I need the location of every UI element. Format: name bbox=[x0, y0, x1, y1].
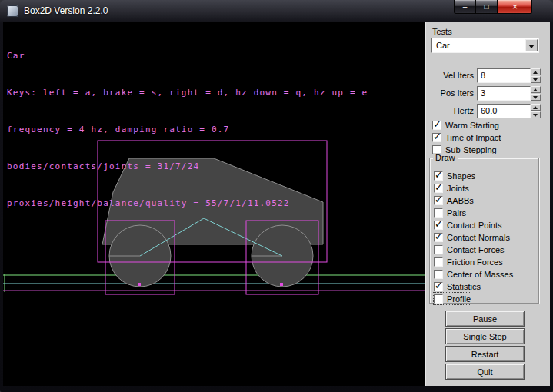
checkbox-box bbox=[434, 270, 443, 279]
checkbox-box bbox=[434, 184, 443, 193]
checkbox-contact-points[interactable]: Contact Points bbox=[434, 219, 502, 231]
checkbox-box bbox=[434, 294, 443, 304]
pos-iters-spinner: Pos Iters 3 bbox=[426, 86, 543, 101]
tests-label: Tests bbox=[432, 27, 452, 36]
checkbox-label: Shapes bbox=[447, 171, 475, 181]
checkbox-center-of-masses[interactable]: Center of Masses bbox=[434, 268, 513, 280]
checkbox-box bbox=[434, 221, 443, 230]
app-window: Box2D Version 2.2.0 – □ × bbox=[0, 0, 553, 392]
proxies-stats: proxies/height/balance/quality = 55/7/1/… bbox=[7, 198, 368, 210]
vel-iters-spinner: Vel Iters 8 bbox=[426, 68, 543, 83]
checkbox-label: Profile bbox=[447, 294, 471, 304]
minimize-icon: – bbox=[463, 2, 468, 11]
checkbox-pairs[interactable]: Pairs bbox=[434, 207, 466, 218]
checkbox-friction-forces[interactable]: Friction Forces bbox=[434, 256, 503, 267]
checkbox-label: Friction Forces bbox=[447, 257, 503, 267]
contact-point bbox=[280, 283, 283, 286]
maximize-button[interactable]: □ bbox=[476, 0, 498, 14]
pos-iters-input[interactable]: 3 bbox=[477, 86, 531, 101]
tests-dropdown-button[interactable] bbox=[525, 39, 538, 51]
checkbox-label: Warm Starting bbox=[445, 121, 499, 130]
checkbox-contact-normals[interactable]: Contact Normals bbox=[434, 231, 510, 243]
checkbox-shapes[interactable]: Shapes bbox=[434, 170, 475, 181]
contact-point bbox=[138, 283, 141, 286]
control-panel: Tests Car Vel Iters 8 Pos Iters 3 bbox=[425, 22, 550, 386]
window-title: Box2D Version 2.2.0 bbox=[24, 5, 108, 16]
keys-help: Keys: left = a, brake = s, right = d, hz… bbox=[7, 87, 368, 99]
chevron-down-icon bbox=[528, 45, 535, 51]
checkbox-box bbox=[434, 171, 443, 181]
checkbox-label: AABBs bbox=[447, 196, 474, 205]
bodies-stats: bodies/contacts/joints = 31/7/24 bbox=[7, 161, 368, 173]
restart-button[interactable]: Restart bbox=[445, 346, 525, 362]
window-content: Car Keys: left = a, brake = s, right = d… bbox=[3, 22, 550, 386]
tests-dropdown[interactable]: Car bbox=[431, 38, 539, 53]
hertz-down-icon[interactable] bbox=[531, 111, 541, 118]
checkbox-label: Joints bbox=[447, 184, 469, 193]
hertz-input[interactable]: 60.0 bbox=[477, 104, 531, 118]
hertz-spinner: Hertz 60.0 bbox=[426, 104, 543, 118]
checkbox-time-of-impact[interactable]: Time of Impact bbox=[432, 131, 501, 143]
frequency-info: frequency = 4 hz, damping ratio = 0.7 bbox=[7, 124, 368, 136]
pos-iters-label: Pos Iters bbox=[426, 88, 474, 98]
checkbox-box bbox=[432, 133, 441, 142]
pause-button[interactable]: Pause bbox=[445, 311, 525, 327]
vel-iters-input[interactable]: 8 bbox=[477, 68, 531, 83]
window-controls: – □ × bbox=[454, 0, 532, 14]
hertz-label: Hertz bbox=[426, 106, 474, 115]
checkbox-aabbs[interactable]: AABBs bbox=[434, 194, 474, 206]
minimize-button[interactable]: – bbox=[454, 0, 476, 14]
draw-group-title: Draw bbox=[433, 153, 458, 162]
vel-iters-down-icon[interactable] bbox=[531, 76, 541, 83]
pause-button-label: Pause bbox=[473, 314, 497, 324]
app-icon bbox=[7, 5, 18, 17]
checkbox-label: Pairs bbox=[447, 208, 466, 218]
close-icon: × bbox=[512, 2, 518, 12]
vel-iters-label: Vel Iters bbox=[426, 71, 474, 80]
checkbox-label: Contact Points bbox=[447, 221, 502, 230]
checkbox-label: Contact Normals bbox=[447, 233, 510, 242]
checkbox-box bbox=[434, 282, 443, 291]
checkbox-label: Statistics bbox=[447, 282, 481, 291]
close-button[interactable]: × bbox=[498, 0, 532, 14]
checkbox-label: Center of Masses bbox=[447, 270, 513, 279]
simulation-canvas[interactable]: Car Keys: left = a, brake = s, right = d… bbox=[3, 22, 425, 386]
maximize-icon: □ bbox=[484, 2, 488, 11]
single-step-button-label: Single Step bbox=[463, 332, 506, 341]
statistics-text: Car Keys: left = a, brake = s, right = d… bbox=[7, 25, 368, 234]
checkbox-box bbox=[434, 233, 443, 242]
pos-iters-down-icon[interactable] bbox=[531, 94, 541, 101]
test-title: Car bbox=[7, 50, 368, 62]
checkbox-box bbox=[432, 121, 441, 130]
pos-iters-up-icon[interactable] bbox=[531, 86, 541, 93]
quit-button[interactable]: Quit bbox=[445, 364, 525, 380]
checkbox-contact-forces[interactable]: Contact Forces bbox=[434, 244, 505, 255]
checkbox-statistics[interactable]: Statistics bbox=[434, 281, 481, 292]
quit-button-label: Quit bbox=[477, 367, 492, 377]
title-bar[interactable]: Box2D Version 2.2.0 – □ × bbox=[0, 0, 553, 22]
checkbox-box bbox=[434, 208, 443, 218]
checkbox-box bbox=[434, 257, 443, 267]
checkbox-label: Time of Impact bbox=[445, 133, 501, 142]
tests-selected-value: Car bbox=[436, 41, 450, 50]
checkbox-box bbox=[434, 245, 443, 254]
restart-button-label: Restart bbox=[471, 350, 498, 359]
checkbox-warm-starting[interactable]: Warm Starting bbox=[432, 119, 499, 131]
vel-iters-up-icon[interactable] bbox=[531, 68, 541, 75]
checkbox-label: Contact Forces bbox=[447, 245, 505, 254]
checkbox-profile[interactable]: Profile bbox=[434, 293, 471, 304]
checkbox-box bbox=[434, 196, 443, 205]
single-step-button[interactable]: Single Step bbox=[445, 328, 525, 344]
hertz-up-icon[interactable] bbox=[531, 104, 541, 111]
checkbox-joints[interactable]: Joints bbox=[434, 182, 469, 194]
